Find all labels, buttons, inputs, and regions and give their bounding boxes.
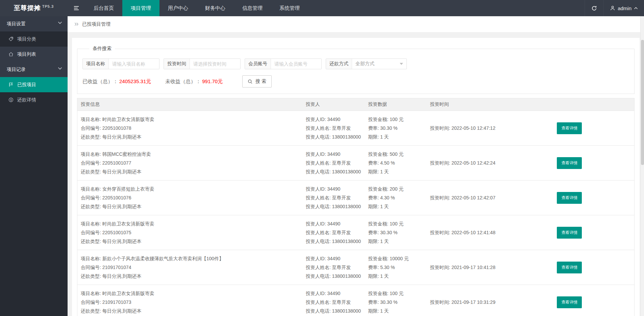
invest-time-value: 2022-05-10 12:47:12 <box>451 125 495 131</box>
sidebar-group-project-settings[interactable]: 项目设置 <box>0 16 68 31</box>
investor-id-value: 34490 <box>327 186 340 192</box>
investor-phone-label: 投资人电话: <box>306 273 332 279</box>
investor-phone-value: 13800138000 <box>332 273 361 279</box>
repay-method-selected-value: 全部方式 <box>355 61 374 67</box>
project-name-value: 女外穿百搭短款上衣寄卖 <box>102 186 154 192</box>
invest-time-field-group: 投资时间 <box>164 58 241 69</box>
project-name-field-label: 项目名称 <box>83 59 109 69</box>
amount-label: 投资金额: <box>368 256 390 261</box>
view-detail-button[interactable]: 查看详情 <box>557 192 582 204</box>
investor-id-value: 34490 <box>327 151 340 157</box>
project-name-label: 项目名称: <box>81 186 102 192</box>
amount-value: 10000 元 <box>390 256 409 261</box>
investor-id-value: 34490 <box>327 256 340 261</box>
project-name-label: 项目名称: <box>81 117 102 122</box>
investment-time-cell: 投资时间: 2021-09-17 10:31:29 <box>426 285 553 316</box>
contract-no-value: 22051001078 <box>102 125 131 131</box>
invest-time-label: 投资时间: <box>430 195 451 200</box>
unearned-total-value: 991.70元 <box>202 78 223 85</box>
investor-name-label: 投资人姓名: <box>306 125 332 131</box>
project-name-label: 项目名称: <box>81 291 102 296</box>
investor-name-value: 至尊开发 <box>332 195 351 200</box>
invest-time-value: 2021-09-17 10:41:28 <box>451 265 495 270</box>
investor-cell: 投资人ID: 34490 投资人姓名: 至尊开发 投资人电话: 13800138… <box>302 215 365 250</box>
refresh-icon <box>591 5 597 11</box>
investor-name-label: 投资人姓名: <box>306 299 332 305</box>
rate-value: 4.30 % <box>380 195 395 200</box>
investor-phone-label: 投资人电话: <box>306 134 332 140</box>
sidebar-group-label: 项目记录 <box>7 67 26 73</box>
investments-table: 投资信息 投资人 投资数据 投资时间 项目名称: 时尚款卫衣女清新版寄卖 合同编… <box>77 98 635 316</box>
investor-cell: 投资人ID: 34490 投资人姓名: 至尊开发 投资人电话: 13800138… <box>302 111 365 146</box>
term-label: 期限: <box>368 204 380 209</box>
term-value: 1 天 <box>380 239 389 244</box>
contract-no-label: 合同编号: <box>81 230 102 235</box>
amount-label: 投资金额: <box>368 186 390 192</box>
project-name-label: 项目名称: <box>81 151 102 157</box>
investor-cell: 投资人ID: 34490 投资人姓名: 至尊开发 投资人电话: 13800138… <box>302 250 365 285</box>
sidebar-item-label: 项目列表 <box>17 51 36 57</box>
view-detail-button[interactable]: 查看详情 <box>557 262 582 273</box>
nav-item-backend-home[interactable]: 后台首页 <box>85 0 122 16</box>
chevron-up-icon <box>634 7 638 9</box>
hamburger-icon <box>73 5 79 11</box>
view-detail-button[interactable]: 查看详情 <box>557 296 582 308</box>
contract-no-value: 22051001077 <box>102 160 131 166</box>
member-account-input[interactable] <box>271 59 321 69</box>
view-detail-button[interactable]: 查看详情 <box>557 122 582 134</box>
nav-item-finance-center[interactable]: 财务中心 <box>197 0 234 16</box>
project-name-value: 韩国MCC蜜粉控油寄卖 <box>102 151 151 157</box>
repay-type-label: 还款类型: <box>81 273 102 279</box>
person-icon <box>610 5 615 11</box>
term-value: 1 天 <box>380 273 389 279</box>
investor-name-label: 投资人姓名: <box>306 195 332 200</box>
invest-time-value: 2022-05-10 12:41:48 <box>451 230 495 235</box>
nav-item-info-management[interactable]: 信息管理 <box>234 0 271 16</box>
contract-no-value: 21091701073 <box>102 299 131 305</box>
vertical-scrollbar <box>640 16 644 316</box>
investment-info-cell: 项目名称: 女外穿百搭短款上衣寄卖 合同编号: 22051001076 还款类型… <box>77 180 302 215</box>
repay-type-value: 每日分润,到期还本 <box>102 204 142 209</box>
view-detail-button[interactable]: 查看详情 <box>557 227 582 239</box>
amount-value: 100 元 <box>390 221 403 226</box>
refresh-button[interactable] <box>585 0 603 16</box>
rate-label: 费率: <box>368 265 380 270</box>
nav-item-project-management[interactable]: 项目管理 <box>122 0 159 16</box>
sidebar-item-label: 还款详情 <box>17 97 36 103</box>
rate-value: 30.30 % <box>380 125 397 131</box>
scrollbar-thumb[interactable] <box>641 40 644 165</box>
repay-method-select[interactable]: 全部方式 <box>352 59 406 69</box>
rate-value: 30.30 % <box>380 299 397 305</box>
content-card: 条件搜索 项目名称 投资时间 会员账号 还款方式 全部方式 <box>72 38 640 316</box>
amount-label: 投资金额: <box>368 221 390 226</box>
search-button[interactable]: 搜 索 <box>242 75 272 88</box>
sidebar-item-repayment-details[interactable]: $ 还款详情 <box>0 92 68 107</box>
sidebar-item-invested-projects[interactable]: 已投项目 <box>0 77 68 92</box>
nav-item-system-management[interactable]: 系统管理 <box>271 0 308 16</box>
app-logo: 至尊摆摊 TP5.3 <box>0 0 68 16</box>
table-row: 项目名称: 时尚款卫衣女清新版寄卖 合同编号: 22051001075 还款类型… <box>77 215 635 250</box>
sidebar-item-label: 项目分类 <box>17 36 36 42</box>
page-title: 已投项目管理 <box>82 21 110 27</box>
menu-toggle-button[interactable] <box>68 0 85 16</box>
invest-time-value: 2021-09-17 10:31:29 <box>451 299 495 305</box>
invest-time-input[interactable] <box>190 59 240 69</box>
sidebar-group-project-records[interactable]: 项目记录 <box>0 62 68 77</box>
member-account-field-group: 会员账号 <box>245 58 322 69</box>
investor-phone-value: 13800138000 <box>332 169 361 174</box>
view-detail-button[interactable]: 查看详情 <box>557 157 582 169</box>
rate-value: 4.50 % <box>380 160 395 166</box>
sidebar-item-project-list[interactable]: 项目列表 <box>0 47 68 62</box>
term-label: 期限: <box>368 273 380 279</box>
user-menu[interactable]: admin <box>603 0 644 16</box>
table-row: 项目名称: 韩国MCC蜜粉控油寄卖 合同编号: 22051001077 还款类型… <box>77 146 635 180</box>
sidebar-item-project-category[interactable]: 项目分类 <box>0 31 68 47</box>
contract-no-value: 22051001076 <box>102 195 131 200</box>
rate-value: 30.30 % <box>380 230 397 235</box>
project-name-input[interactable] <box>109 59 159 69</box>
contract-no-value: 21091701074 <box>102 265 131 270</box>
investments-table-body: 项目名称: 时尚款卫衣女清新版寄卖 合同编号: 22051001078 还款类型… <box>77 111 635 316</box>
investment-data-cell: 投资金额: 200 元 费率: 4.30 % 期限: 1 天 <box>365 180 426 215</box>
amount-value: 100 元 <box>390 291 403 296</box>
nav-item-user-center[interactable]: 用户中心 <box>159 0 197 16</box>
